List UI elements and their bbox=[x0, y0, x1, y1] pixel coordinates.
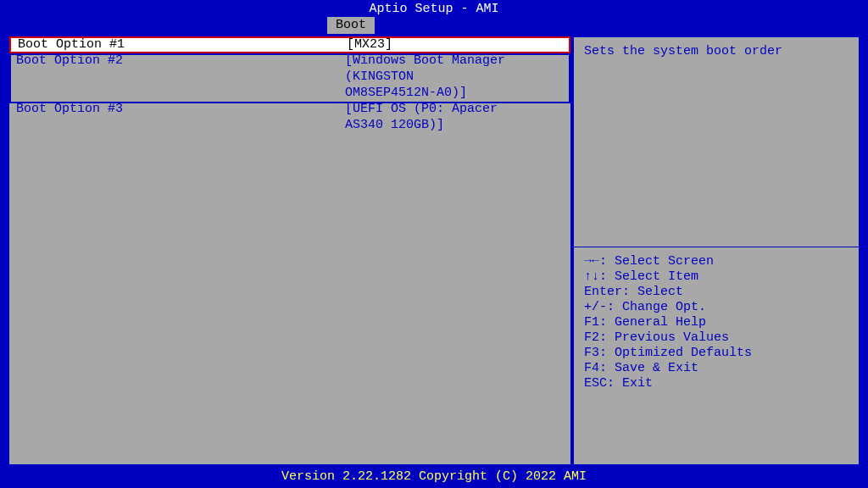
boot-option-1[interactable]: Boot Option #1 [MX23] bbox=[9, 36, 570, 53]
tab-boot[interactable]: Boot bbox=[327, 17, 375, 34]
boot-option-3[interactable]: Boot Option #3 [UEFI OS (P0: Apacer bbox=[9, 101, 570, 117]
boot-option-3-cont: AS340 120GB)] bbox=[9, 117, 570, 133]
header-title: Aptio Setup - AMI bbox=[0, 0, 868, 17]
boot-option-label: Boot Option #1 bbox=[18, 37, 347, 53]
boot-option-label: Boot Option #3 bbox=[16, 102, 345, 117]
nav-f2: F2: Previous Values bbox=[584, 330, 849, 346]
nav-esc: ESC: Exit bbox=[584, 376, 849, 391]
help-text: Sets the system boot order bbox=[584, 44, 849, 59]
nav-help: →←: Select Screen ↑↓: Select Item Enter:… bbox=[574, 247, 859, 391]
footer-version: Version 2.22.1282 Copyright (C) 2022 AMI bbox=[0, 469, 868, 485]
boot-option-label: Boot Option #2 bbox=[16, 53, 345, 69]
nav-f1: F1: General Help bbox=[584, 315, 849, 330]
tab-row: Boot bbox=[0, 17, 868, 34]
boot-option-value: [Windows Boot Manager bbox=[345, 53, 564, 69]
nav-select-item: ↑↓: Select Item bbox=[584, 269, 849, 285]
nav-f3: F3: Optimized Defaults bbox=[584, 346, 849, 361]
nav-enter: Enter: Select bbox=[584, 285, 849, 300]
boot-option-value: [UEFI OS (P0: Apacer bbox=[345, 102, 564, 117]
nav-change-opt: +/-: Change Opt. bbox=[584, 300, 849, 315]
boot-options-panel: Boot Option #1 [MX23] Boot Option #2 [Wi… bbox=[8, 36, 572, 466]
boot-option-value: [MX23] bbox=[347, 37, 562, 53]
nav-f4: F4: Save & Exit bbox=[584, 361, 849, 376]
help-panel: Sets the system boot order →←: Select Sc… bbox=[572, 36, 860, 466]
panels-container: Boot Option #1 [MX23] Boot Option #2 [Wi… bbox=[8, 36, 860, 466]
nav-select-screen: →←: Select Screen bbox=[584, 254, 849, 269]
boot-option-2[interactable]: Boot Option #2 [Windows Boot Manager bbox=[9, 53, 570, 69]
boot-option-2-cont: OM8SEP4512N-A0)] bbox=[9, 85, 570, 101]
boot-option-2-cont: (KINGSTON bbox=[9, 69, 570, 85]
